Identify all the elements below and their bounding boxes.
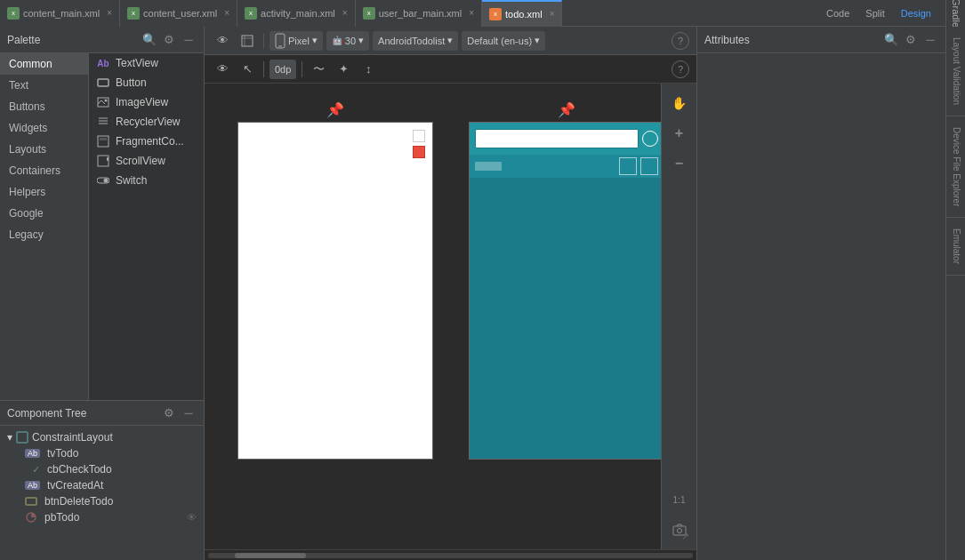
tree-badge-ab: Ab <box>25 481 40 490</box>
svg-rect-10 <box>98 156 109 166</box>
tree-item-tvcreatedat[interactable]: Ab tvCreatedAt <box>4 477 200 493</box>
phone-mockup-teal: 📌 <box>469 101 664 460</box>
canvas-area[interactable]: 📌 📌 <box>205 84 696 549</box>
sidebar-item-containers[interactable]: Containers <box>0 160 88 181</box>
close-icon[interactable]: × <box>224 8 229 18</box>
api-dropdown[interactable]: 🤖 30 ▾ <box>326 31 369 51</box>
list-item[interactable]: Switch <box>89 171 204 190</box>
scrollbar-track[interactable] <box>208 553 693 558</box>
attributes-minimize-icon[interactable]: ─ <box>922 32 938 48</box>
canvas-side-rail: ✋ + − 1:1 <box>661 84 696 549</box>
control-box[interactable] <box>413 130 425 142</box>
code-mode-button[interactable]: Code <box>819 6 856 20</box>
teal-btn-2[interactable] <box>640 157 658 175</box>
visibility-icon[interactable]: 👁 <box>187 512 197 523</box>
progress-tree-icon <box>25 511 37 524</box>
tab-activity-main[interactable]: x activity_main.xml × <box>237 0 356 27</box>
teal-circle-btn[interactable] <box>642 131 658 147</box>
pin-icon-white: 📌 <box>326 101 344 118</box>
phone-screen-teal[interactable] <box>469 122 664 460</box>
sidebar-item-helpers[interactable]: Helpers <box>0 181 88 203</box>
close-icon[interactable]: × <box>342 8 348 18</box>
fit-screen-button[interactable]: 1:1 <box>667 487 692 512</box>
zoom-out-button[interactable]: − <box>667 151 692 176</box>
phone-screen-white[interactable] <box>237 122 433 460</box>
editor-mode-actions: Code Split Design <box>819 6 945 20</box>
sidebar-item-widgets[interactable]: Widgets <box>0 117 88 139</box>
palette-body: Common Text Buttons Widgets Layouts Cont… <box>0 53 204 400</box>
tree-item-pbtodo[interactable]: pbTodo 👁 <box>4 509 200 525</box>
attributes-search-icon[interactable]: 🔍 <box>883 32 899 48</box>
margin-input[interactable]: 0dp <box>269 60 296 79</box>
teal-btn-1[interactable] <box>619 157 637 175</box>
teal-search-bar[interactable] <box>475 129 639 148</box>
help-button[interactable]: ? <box>671 32 689 50</box>
pan-tool-button[interactable]: ✋ <box>667 91 692 116</box>
tree-badge-ab: Ab <box>25 449 40 458</box>
design-mode-button[interactable]: Design <box>894 6 938 20</box>
sidebar-item-buttons[interactable]: Buttons <box>0 96 88 117</box>
teal-text-hint <box>475 162 615 171</box>
blueprint-toggle-button[interactable] <box>237 30 258 52</box>
list-item[interactable]: RecyclerView <box>89 112 204 132</box>
component-tree-header: Component Tree ⚙ ─ <box>0 401 204 426</box>
close-icon[interactable]: × <box>550 9 555 19</box>
locale-dropdown[interactable]: Default (en-us) ▾ <box>462 31 545 51</box>
tree-item-constraint[interactable]: ▾ ConstraintLayout <box>4 429 200 445</box>
tree-item-tvtodo[interactable]: Ab tvTodo <box>4 445 200 461</box>
list-item[interactable]: ImageView <box>89 92 204 112</box>
component-tree-minimize-icon[interactable]: ─ <box>181 405 197 421</box>
component-tree-settings-icon[interactable]: ⚙ <box>161 405 177 421</box>
list-item[interactable]: FragmentCo... <box>89 132 204 151</box>
phone-mockup-white: 📌 <box>237 101 433 460</box>
arrow-icon[interactable]: ↕ <box>358 59 379 80</box>
list-item[interactable]: Button <box>89 73 204 92</box>
minimize-icon[interactable]: ─ <box>181 32 197 48</box>
sidebar-item-legacy[interactable]: Legacy <box>0 224 88 245</box>
control-box-red[interactable] <box>413 146 425 158</box>
palette-panel: Palette 🔍 ⚙ ─ Common Text Buttons Widget… <box>0 27 205 560</box>
tree-item-btndeletetodo[interactable]: btnDeleteTodo <box>4 493 200 509</box>
scrollbar-thumb[interactable] <box>235 553 306 558</box>
svg-line-3 <box>101 100 105 104</box>
tab-user-bar-main[interactable]: x user_bar_main.xml × <box>356 0 482 27</box>
sidebar-item-common[interactable]: Common <box>0 53 88 75</box>
app-dropdown[interactable]: AndroidTodolist ▾ <box>373 31 458 51</box>
split-mode-button[interactable]: Split <box>858 6 891 20</box>
tab-content-user[interactable]: x content_user.xml × <box>120 0 237 27</box>
bottom-scrollbar[interactable] <box>205 549 696 560</box>
teal-second-row <box>470 155 663 178</box>
device-file-explorer-tab[interactable]: Device File Explorer <box>946 116 965 218</box>
zoom-in-button[interactable]: + <box>667 121 692 146</box>
list-item[interactable]: ScrollView <box>89 151 204 171</box>
emulator-tab[interactable]: Emulator <box>946 218 965 276</box>
list-item[interactable]: Ab TextView <box>89 53 204 73</box>
sidebar-item-layouts[interactable]: Layouts <box>0 139 88 160</box>
wand-icon[interactable]: ✦ <box>333 59 354 80</box>
close-icon[interactable]: × <box>469 8 474 18</box>
help-button-2[interactable]: ? <box>671 60 689 78</box>
settings-icon[interactable]: ⚙ <box>161 32 177 48</box>
resize-handle[interactable]: ↗ <box>681 531 689 542</box>
svg-rect-8 <box>98 136 109 147</box>
recyclerview-icon <box>96 115 110 129</box>
teal-bar <box>475 162 502 171</box>
search-icon[interactable]: 🔍 <box>141 32 157 48</box>
sidebar-item-google[interactable]: Google <box>0 203 88 224</box>
cursor-tool[interactable]: ↖ <box>237 59 258 80</box>
attributes-settings-icon[interactable]: ⚙ <box>903 32 919 48</box>
tree-item-cbchecktodo[interactable]: ✓ cbCheckTodo <box>4 461 200 477</box>
close-icon[interactable]: × <box>107 8 112 18</box>
eye-button[interactable]: 👁 <box>212 59 233 80</box>
button-tree-icon <box>25 495 37 508</box>
wave-icon[interactable]: 〜 <box>308 59 329 80</box>
view-toggle-button[interactable]: 👁 <box>212 30 233 52</box>
device-dropdown[interactable]: Pixel ▾ <box>269 31 323 51</box>
sidebar-item-text[interactable]: Text <box>0 75 88 96</box>
tab-content-main[interactable]: x content_main.xml × <box>0 0 120 27</box>
tab-label: user_bar_main.xml <box>379 8 462 19</box>
layout-validation-tab[interactable]: Layout Validation <box>946 27 965 116</box>
tab-todo[interactable]: x todo.xml × <box>482 0 562 27</box>
fragmentco-icon <box>96 134 110 148</box>
design-toolbar: 👁 Pixel ▾ 🤖 30 ▾ AndroidTodolist ▾ Defau… <box>205 27 696 55</box>
